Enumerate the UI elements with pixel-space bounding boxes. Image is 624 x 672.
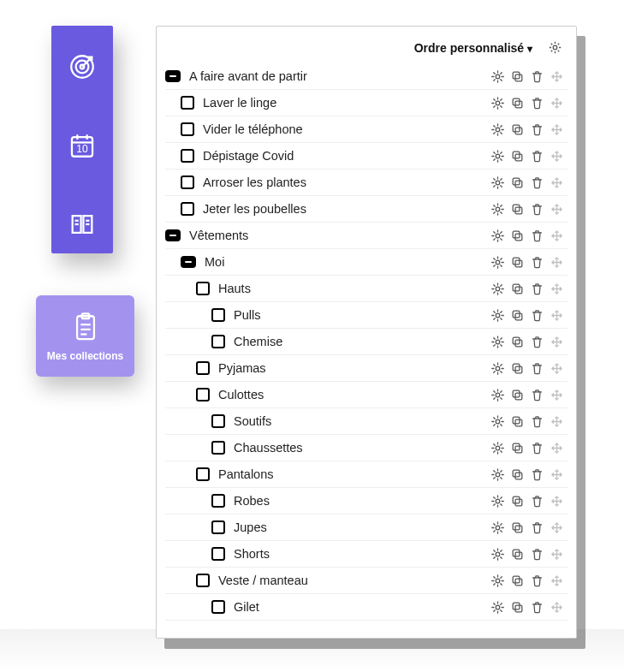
row-settings-button[interactable] (490, 574, 505, 588)
item-checkbox[interactable] (196, 467, 210, 481)
row-delete-button[interactable] (530, 574, 544, 588)
row-delete-button[interactable] (530, 600, 544, 615)
item-checkbox[interactable] (211, 441, 225, 455)
row-settings-button[interactable] (490, 520, 505, 535)
row-settings-button[interactable] (490, 229, 505, 243)
row-delete-button[interactable] (530, 467, 544, 482)
row-move-handle[interactable] (550, 520, 564, 535)
item-checkbox[interactable] (181, 122, 194, 136)
row-move-handle[interactable] (550, 96, 564, 110)
item-checkbox[interactable] (181, 175, 194, 189)
row-copy-button[interactable] (510, 467, 525, 482)
item-checkbox[interactable] (211, 547, 225, 561)
row-delete-button[interactable] (530, 202, 544, 217)
row-delete-button[interactable] (530, 494, 544, 508)
row-settings-button[interactable] (490, 96, 505, 110)
row-move-handle[interactable] (550, 388, 564, 402)
row-delete-button[interactable] (530, 361, 544, 376)
row-copy-button[interactable] (510, 229, 525, 243)
row-move-handle[interactable] (550, 308, 564, 323)
row-move-handle[interactable] (550, 282, 564, 296)
row-copy-button[interactable] (510, 308, 525, 323)
row-delete-button[interactable] (530, 308, 544, 323)
row-settings-button[interactable] (490, 308, 505, 323)
collapse-toggle[interactable] (181, 256, 196, 268)
row-settings-button[interactable] (490, 388, 505, 402)
row-copy-button[interactable] (510, 335, 525, 349)
sidebar-item-calendar[interactable]: 10 (65, 128, 99, 163)
row-move-handle[interactable] (550, 69, 564, 84)
row-copy-button[interactable] (510, 547, 525, 562)
row-settings-button[interactable] (490, 255, 505, 270)
row-delete-button[interactable] (530, 335, 544, 349)
item-checkbox[interactable] (196, 574, 210, 587)
row-settings-button[interactable] (490, 441, 505, 455)
row-delete-button[interactable] (530, 388, 544, 402)
row-copy-button[interactable] (510, 494, 525, 508)
sidebar-item-notes[interactable] (65, 207, 99, 241)
item-checkbox[interactable] (211, 494, 225, 508)
row-copy-button[interactable] (510, 122, 525, 137)
row-delete-button[interactable] (530, 96, 544, 110)
item-checkbox[interactable] (181, 149, 194, 163)
row-copy-button[interactable] (510, 441, 525, 455)
row-settings-button[interactable] (490, 202, 505, 217)
row-move-handle[interactable] (550, 547, 564, 562)
row-copy-button[interactable] (510, 96, 525, 110)
row-move-handle[interactable] (550, 574, 564, 588)
panel-settings-button[interactable] (548, 40, 562, 55)
row-settings-button[interactable] (490, 335, 505, 349)
row-copy-button[interactable] (510, 520, 525, 535)
row-settings-button[interactable] (490, 494, 505, 508)
row-settings-button[interactable] (490, 361, 505, 376)
row-delete-button[interactable] (530, 149, 544, 164)
row-copy-button[interactable] (510, 414, 525, 429)
item-checkbox[interactable] (211, 308, 225, 322)
row-delete-button[interactable] (530, 69, 544, 84)
row-copy-button[interactable] (510, 600, 525, 615)
row-copy-button[interactable] (510, 69, 525, 84)
collapse-toggle[interactable] (165, 229, 181, 241)
item-checkbox[interactable] (181, 202, 194, 216)
row-copy-button[interactable] (510, 282, 525, 296)
row-copy-button[interactable] (510, 149, 525, 164)
row-move-handle[interactable] (550, 149, 564, 164)
row-move-handle[interactable] (550, 414, 564, 429)
row-settings-button[interactable] (490, 547, 505, 562)
row-delete-button[interactable] (530, 520, 544, 535)
row-move-handle[interactable] (550, 175, 564, 190)
row-delete-button[interactable] (530, 547, 544, 562)
row-settings-button[interactable] (490, 175, 505, 190)
row-delete-button[interactable] (530, 122, 544, 137)
row-copy-button[interactable] (510, 574, 525, 588)
row-settings-button[interactable] (490, 282, 505, 296)
row-settings-button[interactable] (490, 414, 505, 429)
row-delete-button[interactable] (530, 175, 544, 190)
row-move-handle[interactable] (550, 202, 564, 217)
row-settings-button[interactable] (490, 69, 505, 84)
item-checkbox[interactable] (181, 96, 194, 110)
sidebar-tab-collections[interactable]: Mes collections (36, 295, 134, 377)
row-move-handle[interactable] (550, 467, 564, 482)
row-move-handle[interactable] (550, 494, 564, 508)
row-copy-button[interactable] (510, 202, 525, 217)
item-checkbox[interactable] (211, 600, 225, 614)
row-delete-button[interactable] (530, 282, 544, 296)
item-checkbox[interactable] (196, 361, 210, 375)
row-settings-button[interactable] (490, 149, 505, 164)
row-delete-button[interactable] (530, 229, 544, 243)
item-checkbox[interactable] (196, 282, 210, 295)
row-delete-button[interactable] (530, 255, 544, 270)
row-move-handle[interactable] (550, 122, 564, 137)
item-checkbox[interactable] (211, 414, 225, 428)
sort-dropdown[interactable]: Ordre personnalisé ▾ (414, 41, 532, 55)
sidebar-item-goals[interactable] (65, 50, 99, 84)
item-checkbox[interactable] (196, 388, 210, 401)
row-move-handle[interactable] (550, 441, 564, 455)
row-delete-button[interactable] (530, 414, 544, 429)
row-move-handle[interactable] (550, 229, 564, 243)
row-delete-button[interactable] (530, 441, 544, 455)
row-copy-button[interactable] (510, 361, 525, 376)
row-move-handle[interactable] (550, 600, 564, 615)
row-copy-button[interactable] (510, 388, 525, 402)
